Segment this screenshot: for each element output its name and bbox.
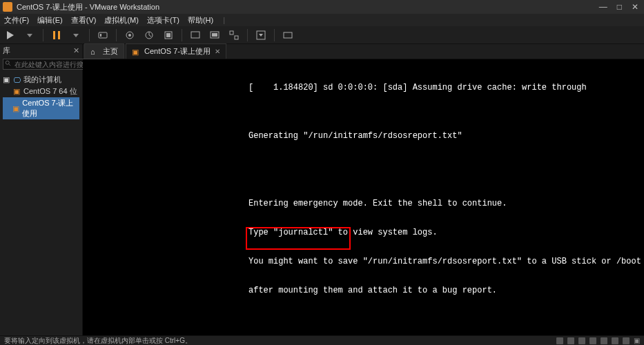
content-area: ⌂ 主页 ▣ CentOS 7-课上使用 ✕ [ 1.184820] sd 0:… [83, 44, 644, 335]
terminal-line: Generating "/run/initramfs/rdsosreport.t… [83, 131, 644, 141]
send-ctrl-alt-del-button[interactable] [97, 29, 109, 41]
library-sidebar: 库 ✕ ▼ ▣ 🖵 我的计算机 ▣ CentOS 7 64 位 ▣ CentOS… [0, 44, 83, 335]
tab-label: 主页 [103, 46, 118, 57]
svg-marker-4 [73, 34, 79, 37]
dropdown-icon[interactable] [70, 29, 82, 41]
menu-view[interactable]: 查看(V) [71, 15, 97, 26]
svg-marker-18 [259, 34, 263, 37]
revert-button[interactable] [162, 29, 175, 41]
status-bar: 要将输入定向到该虚拟机，请在虚拟机内部单击或按 Ctrl+G。 ▣ [0, 335, 644, 345]
tabs-row: ⌂ 主页 ▣ CentOS 7-课上使用 ✕ [83, 44, 644, 59]
pause-button[interactable] [50, 29, 63, 41]
svg-rect-5 [99, 32, 107, 38]
svg-line-21 [9, 64, 11, 66]
svg-rect-3 [58, 31, 60, 39]
svg-point-20 [6, 61, 9, 64]
close-button[interactable]: ✕ [632, 2, 638, 12]
svg-rect-16 [235, 36, 238, 39]
fit-window-button[interactable] [208, 29, 221, 41]
tree-item-label: CentOS 7-课上使用 [22, 98, 79, 119]
vm-icon: ▣ [132, 48, 140, 56]
power-dropdown-button[interactable] [4, 29, 17, 41]
stretch-button[interactable] [282, 29, 294, 41]
svg-rect-19 [284, 32, 292, 38]
toolbar-divider [116, 29, 117, 41]
device-icon[interactable] [589, 337, 596, 344]
computer-icon: 🖵 [12, 76, 21, 84]
toolbar-divider [43, 29, 43, 41]
app-icon [3, 2, 12, 12]
tree-root-label: 我的计算机 [23, 75, 61, 85]
terminal-line: [ 1.184820] sd 0:0:0:0: [sda] Assuming d… [83, 83, 644, 92]
toolbar [0, 26, 644, 44]
menu-file[interactable]: 文件(F) [4, 15, 29, 26]
menu-edit[interactable]: 编辑(E) [37, 15, 63, 26]
snapshot-button[interactable] [124, 29, 136, 41]
device-icon[interactable] [623, 337, 630, 344]
status-corner-icon[interactable]: ▣ [634, 337, 640, 344]
tree-item-centos7-class[interactable]: ▣ CentOS 7-课上使用 [3, 97, 79, 119]
expand-icon: ▣ [3, 75, 10, 84]
terminal-line: Entering emergency mode. Exit the shell … [83, 199, 644, 208]
tree-item-label: CentOS 7 64 位 [23, 86, 77, 97]
window-title: CentOS 7-课上使用 - VMware Workstation [17, 2, 599, 12]
tab-label: CentOS 7-课上使用 [144, 46, 211, 57]
toolbar-divider [89, 29, 90, 41]
vm-icon: ▣ [12, 104, 19, 112]
device-icon[interactable] [612, 337, 618, 344]
svg-rect-6 [100, 34, 101, 37]
svg-rect-2 [53, 31, 55, 39]
tree-item-centos7-64[interactable]: ▣ CentOS 7 64 位 [3, 86, 79, 97]
svg-point-8 [128, 34, 131, 37]
svg-rect-14 [212, 33, 217, 37]
terminal-line: You might want to save "/run/initramfs/r… [83, 257, 644, 266]
menu-tabs[interactable]: 选项卡(T) [147, 15, 179, 26]
dropdown-icon[interactable] [23, 29, 36, 41]
device-icon[interactable] [578, 337, 585, 344]
library-tree: ▣ 🖵 我的计算机 ▣ CentOS 7 64 位 ▣ CentOS 7-课上使… [0, 72, 82, 121]
library-label: 库 [3, 46, 10, 56]
menu-separator: | [223, 16, 225, 24]
search-icon [5, 60, 12, 67]
status-text: 要将输入定向到该虚拟机，请在虚拟机内部单击或按 Ctrl+G。 [4, 336, 192, 346]
unity-button[interactable] [228, 29, 240, 41]
terminal-line: Type "journalctl" to view system logs. [83, 228, 644, 237]
menu-bar: 文件(F) 编辑(E) 查看(V) 虚拟机(M) 选项卡(T) 帮助(H) | [0, 14, 644, 26]
device-icon[interactable] [556, 337, 563, 344]
fullscreen-button[interactable] [255, 29, 267, 41]
device-icon[interactable] [567, 337, 574, 344]
sidebar-close-button[interactable]: ✕ [73, 46, 79, 55]
maximize-button[interactable]: □ [617, 2, 622, 12]
tab-centos7-class[interactable]: ▣ CentOS 7-课上使用 ✕ [126, 43, 226, 59]
snapshot-manager-button[interactable] [143, 29, 155, 41]
tab-home[interactable]: ⌂ 主页 [84, 43, 124, 59]
svg-rect-11 [166, 33, 170, 37]
terminal-line: after mounting them and attach it to a b… [83, 286, 644, 295]
svg-rect-12 [191, 32, 199, 38]
minimize-button[interactable]: — [599, 2, 607, 12]
home-icon: ⌂ [90, 48, 99, 56]
svg-marker-0 [7, 31, 14, 39]
svg-marker-1 [27, 34, 32, 37]
device-icon[interactable] [601, 337, 607, 344]
toolbar-divider [274, 29, 275, 41]
svg-rect-15 [230, 31, 233, 34]
vm-console[interactable]: [ 1.184820] sd 0:0:0:0: [sda] Assuming d… [83, 59, 644, 335]
menu-help[interactable]: 帮助(H) [188, 15, 213, 26]
toolbar-divider [247, 29, 248, 41]
fit-guest-button[interactable] [189, 29, 202, 41]
title-bar: CentOS 7-课上使用 - VMware Workstation — □ ✕ [0, 0, 644, 14]
toolbar-divider [182, 29, 182, 41]
tree-root-my-computer[interactable]: ▣ 🖵 我的计算机 [3, 74, 79, 86]
vm-icon: ▣ [12, 88, 21, 96]
tab-close-button[interactable]: ✕ [215, 48, 220, 55]
menu-vm[interactable]: 虚拟机(M) [104, 15, 139, 26]
